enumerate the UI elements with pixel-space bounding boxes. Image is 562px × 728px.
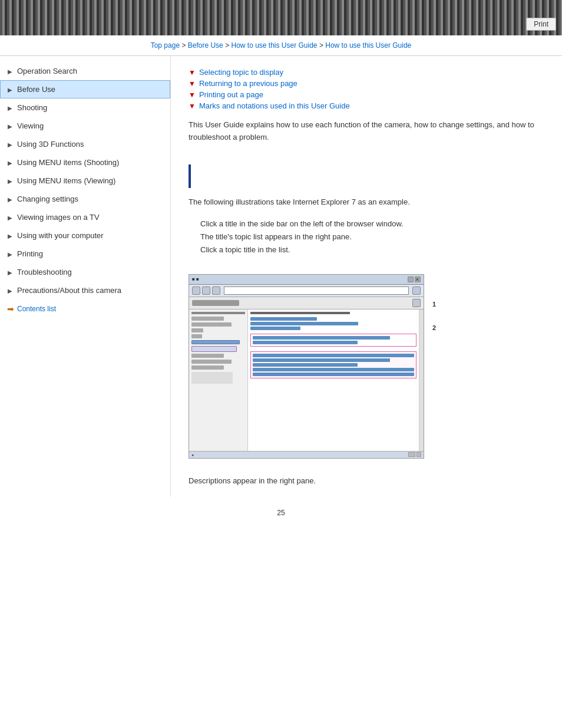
link-printing-page[interactable]: Printing out a page [199,90,263,99]
breadcrumb-sep3: > [319,41,325,50]
sidebar-item-troubleshooting[interactable]: ▶ Troubleshooting [0,263,170,281]
triangle-icon: ▼ [189,68,196,77]
browser-nav-item [191,365,224,370]
sidebar-label: Using MENU items (Viewing) [17,176,115,185]
instruction-1: Click a title in the side bar on the lef… [200,218,544,230]
breadcrumb: Top page > Before Use > How to use this … [0,35,562,56]
arrow-icon: ▶ [8,87,14,93]
contents-arrow-icon: ➡ [7,304,14,314]
breadcrumb-sep1: > [181,41,187,50]
sidebar-label: Troubleshooting [17,268,72,276]
arrow-icon: ▶ [8,105,14,111]
browser-left-pane [189,309,248,451]
sidebar-label: Precautions/About this camera [17,286,121,295]
breadcrumb-top[interactable]: Top page [151,41,180,50]
browser-title-text: ■ ■ [192,276,199,282]
indent-instructions: Click a title in the side bar on the lef… [200,218,544,256]
arrow-icon: ▶ [8,269,14,275]
print-button[interactable]: Print [526,18,556,31]
content-line [250,327,300,330]
contents-list-link[interactable]: ➡ Contents list [0,299,170,318]
content-area: ▼ Selecting topic to display ▼ Returning… [171,56,562,497]
breadcrumb-how-to-use[interactable]: How to use this User Guide [231,41,317,50]
sidebar-item-operation-search[interactable]: ▶ Operation Search [0,62,170,80]
browser-right-pane [248,309,419,451]
sidebar-label: Changing settings [17,195,78,203]
sidebar-label: Using 3D Functions [17,140,84,149]
description-text: This User Guide explains how to use each… [189,119,544,144]
sidebar-label: Shooting [17,103,47,112]
page-number: 25 [0,497,562,529]
browser-nav-item [191,372,233,384]
content-line [253,373,414,376]
sidebar-item-before-use[interactable]: ▶ Before Use [0,80,170,98]
browser-toolbar2 [189,297,424,309]
arrow-icon: ▶ [8,141,14,147]
sidebar-item-viewing[interactable]: ▶ Viewing [0,117,170,135]
browser-sidebar-title [191,312,245,314]
go-btn [412,286,421,295]
content-line [253,341,358,344]
sidebar-item-viewing-tv[interactable]: ▶ Viewing images on a TV [0,208,170,226]
arrow-icon: ▶ [8,178,14,184]
content-line [250,322,358,325]
arrow-icon: ▶ [8,123,14,129]
status-text: ● [191,453,194,457]
tool-btn [412,299,421,307]
sidebar-item-using-3d[interactable]: ▶ Using 3D Functions [0,135,170,153]
browser-nav-item [191,317,224,321]
browser-nav-item-highlight [191,346,237,352]
address-bar [224,286,409,295]
arrow-icon: ▶ [8,215,14,220]
section-divider [189,164,191,188]
sidebar: ▶ Operation Search ▶ Before Use ▶ Shooti… [0,56,171,497]
sidebar-item-menu-viewing[interactable]: ▶ Using MENU items (Viewing) [0,172,170,190]
arrow-icon: ▶ [8,288,14,294]
browser-statusbar: ● [189,451,424,458]
sidebar-label: Viewing images on a TV [17,213,100,222]
triangle-icon: ▼ [189,102,196,110]
arrow-icon: ▶ [8,68,14,74]
browser-nav-item [191,322,232,327]
browser-toolbar [189,285,424,297]
instruction-3: Click a topic title in the list. [200,243,544,256]
browser-titlebar: ■ ■ ✕ [189,275,424,285]
browser-nav-item [191,328,203,332]
browser-nav-item [191,360,232,364]
browser-nav-item [191,354,224,358]
sidebar-label: Using with your computer [17,231,104,240]
link-selecting-topic[interactable]: Selecting topic to display [199,68,283,77]
annotation-1: 1 [432,301,436,308]
sidebar-item-menu-shooting[interactable]: ▶ Using MENU items (Shooting) [0,153,170,172]
sidebar-item-changing-settings[interactable]: ▶ Changing settings [0,190,170,208]
arrow-icon: ▶ [8,196,14,202]
triangle-icon: ▼ [189,80,196,88]
sidebar-item-precautions[interactable]: ▶ Precautions/About this camera [0,281,170,299]
topic-link-printing: ▼ Printing out a page [189,90,544,99]
browser-scrollbar [419,309,424,451]
content-line [253,363,358,367]
topic-link-marks: ▼ Marks and notations used in this User … [189,101,544,110]
browser-nav-item [191,340,240,344]
refresh-btn [212,286,220,295]
breadcrumb-current[interactable]: How to use this User Guide [325,41,411,50]
sidebar-item-printing[interactable]: ▶ Printing [0,245,170,263]
main-layout: ▶ Operation Search ▶ Before Use ▶ Shooti… [0,56,562,497]
sidebar-label: Before Use [17,85,55,94]
contents-list-label: Contents list [17,305,56,313]
forward-btn [202,286,210,295]
descriptions-appear-text: Descriptions appear in the right pane. [189,476,544,485]
section-text: The following illustrations take Interne… [189,196,544,209]
topic-links: ▼ Selecting topic to display ▼ Returning… [189,68,544,110]
breadcrumb-before-use[interactable]: Before Use [188,41,223,50]
sidebar-item-using-computer[interactable]: ▶ Using with your computer [0,226,170,245]
arrow-icon: ▶ [8,251,14,257]
topic-link-selecting: ▼ Selecting topic to display [189,68,544,77]
content-line [250,317,317,321]
link-returning-previous[interactable]: Returning to a previous page [199,79,297,88]
sidebar-label: Operation Search [17,67,77,75]
sidebar-item-shooting[interactable]: ▶ Shooting [0,98,170,117]
arrow-icon: ▶ [8,233,14,239]
link-marks-notations[interactable]: Marks and notations used in this User Gu… [199,101,350,110]
sidebar-label: Using MENU items (Shooting) [17,158,119,167]
